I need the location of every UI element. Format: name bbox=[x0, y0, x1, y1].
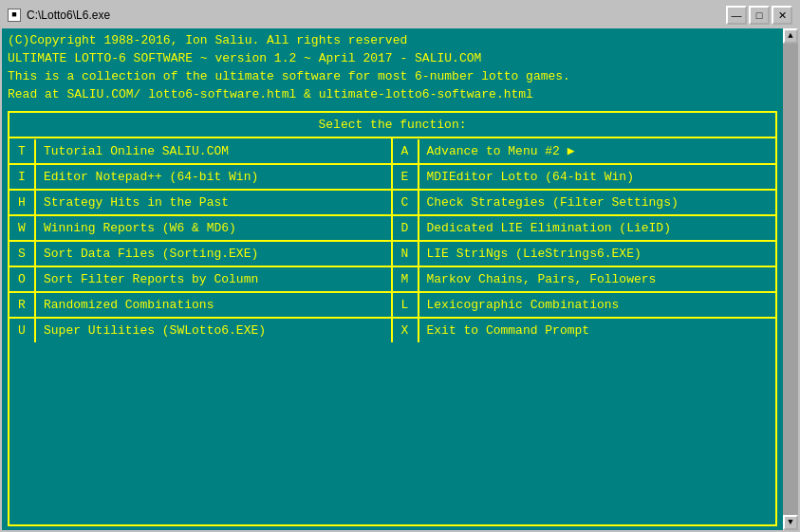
main-area: (C)Copyright 1988-2016, Ion Saliu. All r… bbox=[2, 28, 783, 530]
menu-label-R[interactable]: Randomized Combinations bbox=[36, 293, 391, 317]
menu-cell-right-6[interactable]: L Lexicographic Combinations bbox=[393, 293, 776, 319]
menu-key-A[interactable]: A bbox=[393, 139, 419, 163]
menu-label-D[interactable]: Dedicated LIE Elimination (LieID) bbox=[419, 216, 776, 240]
scroll-up-button[interactable]: ▲ bbox=[783, 28, 798, 44]
menu-label-W[interactable]: Winning Reports (W6 & MD6) bbox=[36, 216, 391, 240]
menu-cell-right-1[interactable]: E MDIEditor Lotto (64-bit Win) bbox=[393, 165, 776, 191]
menu-label-N[interactable]: LIE StriNgs (LieStrings6.EXE) bbox=[419, 242, 776, 266]
menu-cell-right-7[interactable]: X Exit to Command Prompt bbox=[393, 319, 776, 342]
menu-label-X[interactable]: Exit to Command Prompt bbox=[419, 319, 776, 342]
menu-cell-right-4[interactable]: N LIE StriNgs (LieStrings6.EXE) bbox=[393, 242, 776, 267]
menu-key-X[interactable]: X bbox=[393, 319, 419, 342]
menu-key-S[interactable]: S bbox=[9, 242, 36, 266]
menu-key-T[interactable]: T bbox=[9, 139, 36, 163]
window-title: C:\Lotto6\L6.exe bbox=[27, 9, 726, 22]
menu-key-R[interactable]: R bbox=[9, 293, 36, 317]
scroll-track[interactable] bbox=[783, 44, 798, 515]
menu-label-O[interactable]: Sort Filter Reports by Column bbox=[36, 267, 391, 291]
menu-label-L[interactable]: Lexicographic Combinations bbox=[419, 293, 776, 317]
menu-label-M[interactable]: Markov Chains, Pairs, Followers bbox=[419, 267, 776, 291]
menu-label-H[interactable]: Strategy Hits in the Past bbox=[36, 191, 391, 214]
scroll-down-button[interactable]: ▼ bbox=[783, 515, 798, 530]
menu-cell-left-7[interactable]: U Super Utilities (SWLotto6.EXE) bbox=[9, 319, 393, 342]
menu-key-I[interactable]: I bbox=[9, 165, 36, 189]
menu-container: Select the function: T Tutorial Online S… bbox=[8, 111, 777, 526]
menu-cell-left-5[interactable]: O Sort Filter Reports by Column bbox=[9, 267, 393, 293]
menu-label-A[interactable]: Advance to Menu #2 ▶ bbox=[419, 138, 776, 163]
menu-cell-left-2[interactable]: H Strategy Hits in the Past bbox=[9, 191, 393, 216]
menu-key-M[interactable]: M bbox=[393, 267, 419, 291]
header-line3: This is a collection of the ultimate sof… bbox=[8, 68, 777, 86]
minimize-button[interactable]: — bbox=[726, 6, 747, 25]
menu-key-D[interactable]: D bbox=[393, 216, 419, 240]
menu-label-U[interactable]: Super Utilities (SWLotto6.EXE) bbox=[36, 319, 391, 342]
menu-key-L[interactable]: L bbox=[393, 293, 419, 317]
menu-cell-left-3[interactable]: W Winning Reports (W6 & MD6) bbox=[9, 216, 393, 242]
header-line4: Read at SALIU.COM/ lotto6-software.html … bbox=[8, 86, 777, 104]
menu-cell-right-3[interactable]: D Dedicated LIE Elimination (LieID) bbox=[393, 216, 776, 242]
title-bar: ■ C:\Lotto6\L6.exe — □ ✕ bbox=[2, 2, 798, 28]
menu-label-C[interactable]: Check Strategies (Filter Settings) bbox=[419, 191, 776, 214]
header-line2: ULTIMATE LOTTO-6 SOFTWARE ~ version 1.2 … bbox=[8, 50, 777, 68]
menu-label-S[interactable]: Sort Data Files (Sorting.EXE) bbox=[36, 242, 391, 266]
title-buttons: — □ ✕ bbox=[726, 6, 792, 25]
menu-cell-left-1[interactable]: I Editor Notepad++ (64-bit Win) bbox=[9, 165, 393, 191]
menu-key-E[interactable]: E bbox=[393, 165, 419, 189]
menu-cell-left-6[interactable]: R Randomized Combinations bbox=[9, 293, 393, 319]
menu-cell-right-5[interactable]: M Markov Chains, Pairs, Followers bbox=[393, 267, 776, 293]
menu-label-T[interactable]: Tutorial Online SALIU.COM bbox=[36, 139, 391, 163]
header-block: (C)Copyright 1988-2016, Ion Saliu. All r… bbox=[8, 32, 777, 103]
menu-cell-left-0[interactable]: T Tutorial Online SALIU.COM bbox=[9, 138, 393, 165]
window-icon: ■ bbox=[8, 9, 21, 22]
main-window: ■ C:\Lotto6\L6.exe — □ ✕ (C)Copyright 19… bbox=[0, 0, 800, 532]
menu-title: Select the function: bbox=[9, 113, 775, 138]
scrollbar[interactable]: ▲ ▼ bbox=[783, 28, 798, 530]
menu-label-E[interactable]: MDIEditor Lotto (64-bit Win) bbox=[419, 165, 776, 189]
menu-key-U[interactable]: U bbox=[9, 319, 36, 342]
menu-key-H[interactable]: H bbox=[9, 191, 36, 214]
menu-key-W[interactable]: W bbox=[9, 216, 36, 240]
menu-key-N[interactable]: N bbox=[393, 242, 419, 266]
menu-cell-left-4[interactable]: S Sort Data Files (Sorting.EXE) bbox=[9, 242, 393, 267]
header-line1: (C)Copyright 1988-2016, Ion Saliu. All r… bbox=[8, 32, 777, 50]
menu-grid: T Tutorial Online SALIU.COM A Advance to… bbox=[9, 138, 775, 342]
menu-key-C[interactable]: C bbox=[393, 191, 419, 214]
menu-cell-right-0[interactable]: A Advance to Menu #2 ▶ bbox=[393, 138, 776, 165]
menu-cell-right-2[interactable]: C Check Strategies (Filter Settings) bbox=[393, 191, 776, 216]
close-button[interactable]: ✕ bbox=[772, 6, 792, 25]
menu-label-I[interactable]: Editor Notepad++ (64-bit Win) bbox=[36, 165, 391, 189]
menu-key-O[interactable]: O bbox=[9, 267, 36, 291]
maximize-button[interactable]: □ bbox=[749, 6, 770, 25]
window-content: (C)Copyright 1988-2016, Ion Saliu. All r… bbox=[2, 28, 798, 530]
